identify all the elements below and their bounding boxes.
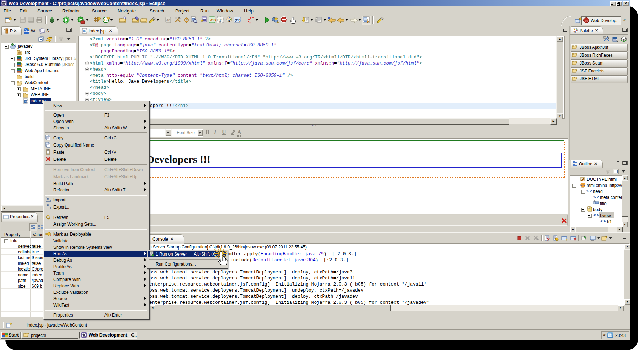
svg-text:{EL}: {EL} [235, 19, 240, 22]
svg-text:JSP: JSP [24, 100, 28, 103]
svg-text:A: A [227, 18, 231, 24]
svg-text:i18: i18 [166, 19, 170, 22]
svg-text:J: J [14, 43, 15, 46]
svg-text:<?>: <?> [210, 18, 216, 22]
svg-text:<>: <> [581, 184, 585, 187]
svg-text:JSP: JSP [83, 30, 88, 32]
svg-text:WEB: WEB [24, 30, 30, 33]
svg-text:T: T [219, 17, 222, 23]
